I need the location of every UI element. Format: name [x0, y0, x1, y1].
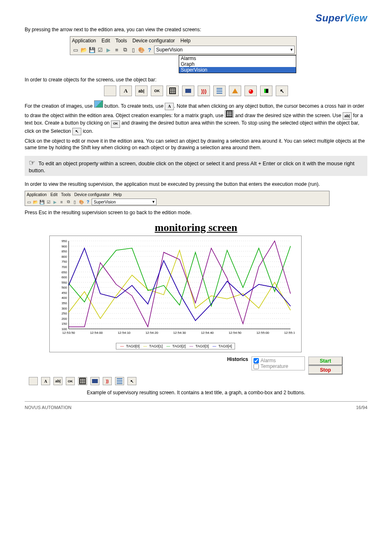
progress-icon[interactable]	[260, 86, 272, 96]
new-icon[interactable]: ▭	[72, 46, 79, 53]
svg-text:12:54:20: 12:54:20	[145, 331, 159, 335]
svg-text:250: 250	[62, 312, 67, 316]
matrix-icon[interactable]	[78, 377, 87, 385]
menu-application[interactable]: Application	[72, 38, 96, 44]
svg-text:850: 850	[62, 250, 67, 254]
svg-text:100: 100	[62, 327, 67, 331]
chevron-down-icon[interactable]: ▼	[290, 48, 293, 52]
object-bar-intro: In order to create objects for the scree…	[25, 76, 367, 83]
rectangle-icon[interactable]	[90, 377, 99, 385]
view-result-paragraph: In order to view the resulting supervisi…	[25, 181, 367, 187]
screen-combo-value: SuperVision	[156, 47, 183, 53]
validate-icon[interactable]: ☑	[97, 46, 104, 53]
play-icon[interactable]: ▶	[105, 46, 112, 53]
intro-paragraph: By pressing the arrow next to the editio…	[25, 26, 367, 33]
historics-checklist[interactable]: Alarms Temperature	[251, 356, 305, 370]
figure-run-toolbar: Application Edit Tools Device configurat…	[25, 191, 367, 206]
text-icon[interactable]: A	[41, 377, 50, 385]
svg-text:600: 600	[62, 275, 67, 279]
image-icon[interactable]	[29, 377, 38, 385]
matrix-icon[interactable]	[166, 86, 179, 96]
figure-menu-dropdown: Application Edit Tools Device configurat…	[70, 36, 367, 73]
menu-tools[interactable]: Tools	[115, 38, 127, 44]
copy-icon[interactable]: ⧉	[121, 46, 129, 53]
svg-text:12:54:40: 12:54:40	[201, 331, 214, 335]
temperature-checkbox[interactable]	[254, 364, 259, 369]
sound-icon[interactable]: )))	[198, 86, 210, 96]
object-bar-bottom: A ab| OK )) ↖	[29, 377, 367, 385]
dropdown-option-selected[interactable]: SuperVision	[179, 67, 296, 73]
svg-text:200: 200	[62, 317, 67, 321]
help-icon[interactable]: ?	[146, 46, 153, 53]
new-icon[interactable]: ▭	[26, 199, 32, 205]
dropdown-option[interactable]: Alarms	[179, 56, 296, 61]
image-icon	[94, 100, 103, 108]
combobox-icon[interactable]	[213, 86, 226, 96]
list-icon[interactable]: ≡	[59, 199, 65, 205]
copy-icon[interactable]: ⧉	[65, 199, 71, 205]
open-icon[interactable]: 📂	[32, 199, 38, 205]
dropdown-option[interactable]: Graph	[179, 61, 296, 67]
alarms-checkbox[interactable]	[254, 358, 259, 363]
text-icon[interactable]: A	[120, 86, 132, 96]
example-caption: Example of supervisory resulting screen.…	[25, 389, 367, 396]
help-icon[interactable]: ?	[85, 199, 91, 205]
chart-legend: — TAG0[0]— TAG0[1]— TAG0[2]— TAG0[3]— TA…	[116, 343, 235, 349]
monitoring-chart: 1001502002503003504004505005506006507007…	[52, 238, 295, 341]
rectangle-icon[interactable]	[182, 86, 194, 96]
button-icon[interactable]: OK	[151, 86, 163, 96]
historics-label: Historics	[227, 356, 248, 362]
figure-icon[interactable]	[229, 86, 241, 96]
button-icon: OK	[111, 120, 120, 128]
stop-button[interactable]: Stop	[308, 365, 343, 375]
menu-application[interactable]: Application	[27, 192, 47, 197]
save-icon[interactable]: 💾	[88, 46, 96, 53]
selection-icon[interactable]: ↖	[276, 86, 288, 96]
menubar[interactable]: Application Edit Tools Device configurat…	[70, 37, 296, 45]
screen-combo[interactable]: SuperVision ▼	[154, 46, 295, 54]
combobox-icon[interactable]	[115, 377, 124, 385]
note-block: ☞ To edit an object property within a sc…	[25, 156, 367, 176]
svg-text:750: 750	[62, 260, 67, 264]
menu-tools[interactable]: Tools	[61, 192, 71, 197]
doc-icon[interactable]: ▯	[129, 46, 137, 53]
menu-help[interactable]: Help	[180, 38, 191, 44]
chevron-down-icon[interactable]: ▼	[152, 200, 155, 204]
doc-icon[interactable]: ▯	[72, 199, 78, 205]
palette-icon[interactable]: 🎨	[78, 199, 84, 205]
svg-text:550: 550	[62, 281, 67, 284]
footer-rule	[25, 401, 367, 402]
text-icon: A	[165, 103, 174, 110]
save-icon[interactable]: 💾	[39, 199, 45, 205]
validate-icon[interactable]: ☑	[46, 199, 51, 205]
start-button[interactable]: Start	[308, 356, 343, 365]
object-bar-figure: A ab| OK ))) ◕ ↖	[25, 86, 367, 96]
temperature-label: Temperature	[261, 363, 288, 369]
screen-combo[interactable]: SuperVision ▼	[92, 199, 157, 205]
svg-text:500: 500	[62, 286, 67, 290]
svg-text:12:54:10: 12:54:10	[118, 331, 131, 335]
palette-icon[interactable]: 🎨	[138, 46, 145, 53]
svg-text:700: 700	[62, 265, 67, 269]
pointing-hand-icon: ☞	[29, 159, 35, 167]
screen-combo-value: SuperVision	[94, 200, 116, 204]
menu-edit[interactable]: Edit	[101, 38, 110, 44]
menu-help[interactable]: Help	[113, 192, 122, 197]
play-icon[interactable]: ▶	[52, 199, 58, 205]
menu-device-configurator[interactable]: Device configurator	[74, 192, 110, 197]
svg-text:12:54:30: 12:54:30	[173, 331, 186, 335]
menu-edit[interactable]: Edit	[51, 192, 58, 197]
gauge-icon[interactable]: ◕	[244, 86, 257, 96]
list-icon[interactable]: ≡	[113, 46, 120, 53]
textbox-icon[interactable]: ab|	[53, 377, 62, 385]
image-icon[interactable]	[104, 86, 116, 96]
sound-icon[interactable]: ))	[103, 377, 112, 385]
selection-icon[interactable]: ↖	[127, 377, 136, 385]
svg-text:12:54:50: 12:54:50	[228, 331, 242, 335]
button-icon[interactable]: OK	[66, 377, 75, 385]
screen-dropdown-list[interactable]: Alarms Graph SuperVision	[179, 55, 296, 73]
menu-device-configurator[interactable]: Device configurator	[132, 38, 175, 44]
textbox-icon[interactable]: ab|	[135, 86, 148, 96]
open-icon[interactable]: 📂	[80, 46, 88, 53]
svg-text:400: 400	[62, 296, 67, 300]
